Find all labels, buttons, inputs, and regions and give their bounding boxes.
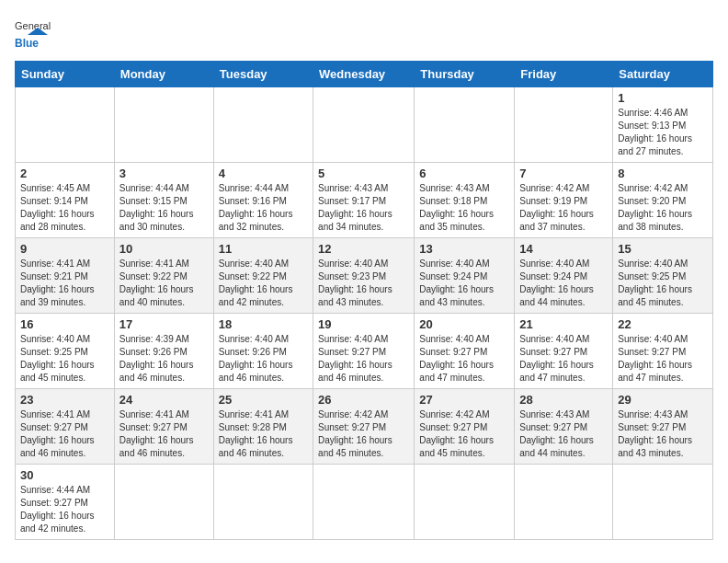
day-cell: 13Sunrise: 4:40 AM Sunset: 9:24 PM Dayli… [415,238,515,314]
logo: General Blue [15,15,61,52]
day-number: 24 [119,393,209,407]
day-cell: 22Sunrise: 4:40 AM Sunset: 9:27 PM Dayli… [613,314,713,389]
day-cell [114,465,213,540]
day-number: 1 [618,91,708,105]
week-row-6: 30Sunrise: 4:44 AM Sunset: 9:27 PM Dayli… [16,465,713,540]
day-number: 27 [419,393,509,407]
day-cell [213,465,313,540]
day-cell: 18Sunrise: 4:40 AM Sunset: 9:26 PM Dayli… [213,314,313,389]
day-cell: 25Sunrise: 4:41 AM Sunset: 9:28 PM Dayli… [213,389,313,465]
day-header-sunday: Sunday [16,62,115,87]
day-info: Sunrise: 4:40 AM Sunset: 9:27 PM Dayligh… [419,333,509,385]
day-info: Sunrise: 4:40 AM Sunset: 9:27 PM Dayligh… [618,333,708,385]
day-cell: 7Sunrise: 4:42 AM Sunset: 9:19 PM Daylig… [515,163,613,238]
day-cell: 26Sunrise: 4:42 AM Sunset: 9:27 PM Dayli… [313,389,415,465]
day-cell: 20Sunrise: 4:40 AM Sunset: 9:27 PM Dayli… [415,314,515,389]
week-row-4: 16Sunrise: 4:40 AM Sunset: 9:25 PM Dayli… [16,314,713,389]
day-info: Sunrise: 4:39 AM Sunset: 9:26 PM Dayligh… [119,333,209,385]
day-info: Sunrise: 4:44 AM Sunset: 9:16 PM Dayligh… [219,182,308,234]
day-info: Sunrise: 4:46 AM Sunset: 9:13 PM Dayligh… [618,107,708,158]
day-number: 5 [318,167,409,180]
day-cell: 24Sunrise: 4:41 AM Sunset: 9:27 PM Dayli… [114,389,213,465]
day-info: Sunrise: 4:45 AM Sunset: 9:14 PM Dayligh… [20,182,109,234]
week-row-2: 2Sunrise: 4:45 AM Sunset: 9:14 PM Daylig… [16,163,713,238]
day-cell [515,465,613,540]
day-header-saturday: Saturday [613,62,713,87]
day-number: 18 [219,317,308,331]
day-number: 4 [219,167,308,180]
day-cell: 3Sunrise: 4:44 AM Sunset: 9:15 PM Daylig… [114,163,213,238]
day-info: Sunrise: 4:42 AM Sunset: 9:20 PM Dayligh… [618,182,708,234]
week-row-3: 9Sunrise: 4:41 AM Sunset: 9:21 PM Daylig… [16,238,713,314]
day-info: Sunrise: 4:40 AM Sunset: 9:25 PM Dayligh… [618,258,708,309]
day-header-tuesday: Tuesday [213,62,313,87]
week-row-1: 1Sunrise: 4:46 AM Sunset: 9:13 PM Daylig… [16,87,713,163]
day-header-thursday: Thursday [415,62,515,87]
day-cell: 12Sunrise: 4:40 AM Sunset: 9:23 PM Dayli… [313,238,415,314]
day-info: Sunrise: 4:44 AM Sunset: 9:27 PM Dayligh… [20,484,109,535]
day-number: 11 [219,242,308,256]
day-info: Sunrise: 4:41 AM Sunset: 9:21 PM Dayligh… [20,258,109,309]
day-cell: 14Sunrise: 4:40 AM Sunset: 9:24 PM Dayli… [515,238,613,314]
day-cell: 8Sunrise: 4:42 AM Sunset: 9:20 PM Daylig… [613,163,713,238]
day-cell: 6Sunrise: 4:43 AM Sunset: 9:18 PM Daylig… [415,163,515,238]
day-cell [313,465,415,540]
day-number: 6 [419,167,509,180]
day-cell: 29Sunrise: 4:43 AM Sunset: 9:27 PM Dayli… [613,389,713,465]
day-info: Sunrise: 4:42 AM Sunset: 9:27 PM Dayligh… [318,408,409,460]
day-header-monday: Monday [114,62,213,87]
day-info: Sunrise: 4:40 AM Sunset: 9:22 PM Dayligh… [219,258,308,309]
day-info: Sunrise: 4:43 AM Sunset: 9:17 PM Dayligh… [318,182,409,234]
week-row-5: 23Sunrise: 4:41 AM Sunset: 9:27 PM Dayli… [16,389,713,465]
day-info: Sunrise: 4:44 AM Sunset: 9:15 PM Dayligh… [119,182,209,234]
day-number: 15 [618,242,708,256]
day-header-friday: Friday [515,62,613,87]
day-info: Sunrise: 4:41 AM Sunset: 9:28 PM Dayligh… [219,408,308,460]
day-number: 21 [519,317,608,331]
day-number: 26 [318,393,409,407]
day-cell: 15Sunrise: 4:40 AM Sunset: 9:25 PM Dayli… [613,238,713,314]
day-cell: 5Sunrise: 4:43 AM Sunset: 9:17 PM Daylig… [313,163,415,238]
day-info: Sunrise: 4:41 AM Sunset: 9:27 PM Dayligh… [20,408,109,460]
day-info: Sunrise: 4:43 AM Sunset: 9:27 PM Dayligh… [519,408,608,460]
day-info: Sunrise: 4:40 AM Sunset: 9:27 PM Dayligh… [318,333,409,385]
day-number: 12 [318,242,409,256]
svg-text:General: General [15,20,51,31]
day-number: 10 [119,242,209,256]
day-info: Sunrise: 4:42 AM Sunset: 9:27 PM Dayligh… [419,408,509,460]
day-number: 8 [618,167,708,180]
day-number: 23 [20,393,109,407]
day-cell: 27Sunrise: 4:42 AM Sunset: 9:27 PM Dayli… [415,389,515,465]
day-info: Sunrise: 4:40 AM Sunset: 9:26 PM Dayligh… [219,333,308,385]
day-cell: 21Sunrise: 4:40 AM Sunset: 9:27 PM Dayli… [515,314,613,389]
day-number: 7 [519,167,608,180]
page-header: General Blue [15,15,713,52]
day-number: 25 [219,393,308,407]
day-info: Sunrise: 4:41 AM Sunset: 9:22 PM Dayligh… [119,258,209,309]
day-info: Sunrise: 4:41 AM Sunset: 9:27 PM Dayligh… [119,408,209,460]
day-number: 20 [419,317,509,331]
day-number: 3 [119,167,209,180]
day-cell [313,87,415,163]
day-number: 28 [519,393,608,407]
calendar-table: SundayMondayTuesdayWednesdayThursdayFrid… [15,61,713,540]
day-cell: 17Sunrise: 4:39 AM Sunset: 9:26 PM Dayli… [114,314,213,389]
day-cell [415,87,515,163]
day-number: 16 [20,317,109,331]
day-cell [16,87,115,163]
day-info: Sunrise: 4:43 AM Sunset: 9:27 PM Dayligh… [618,408,708,460]
day-info: Sunrise: 4:40 AM Sunset: 9:24 PM Dayligh… [519,258,608,309]
day-info: Sunrise: 4:40 AM Sunset: 9:23 PM Dayligh… [318,258,409,309]
day-number: 2 [20,167,109,180]
day-header-wednesday: Wednesday [313,62,415,87]
day-cell: 23Sunrise: 4:41 AM Sunset: 9:27 PM Dayli… [16,389,115,465]
day-cell [415,465,515,540]
day-number: 14 [519,242,608,256]
day-info: Sunrise: 4:40 AM Sunset: 9:24 PM Dayligh… [419,258,509,309]
day-cell: 1Sunrise: 4:46 AM Sunset: 9:13 PM Daylig… [613,87,713,163]
day-info: Sunrise: 4:40 AM Sunset: 9:27 PM Dayligh… [519,333,608,385]
day-info: Sunrise: 4:40 AM Sunset: 9:25 PM Dayligh… [20,333,109,385]
day-info: Sunrise: 4:43 AM Sunset: 9:18 PM Dayligh… [419,182,509,234]
day-cell [213,87,313,163]
day-number: 29 [618,393,708,407]
